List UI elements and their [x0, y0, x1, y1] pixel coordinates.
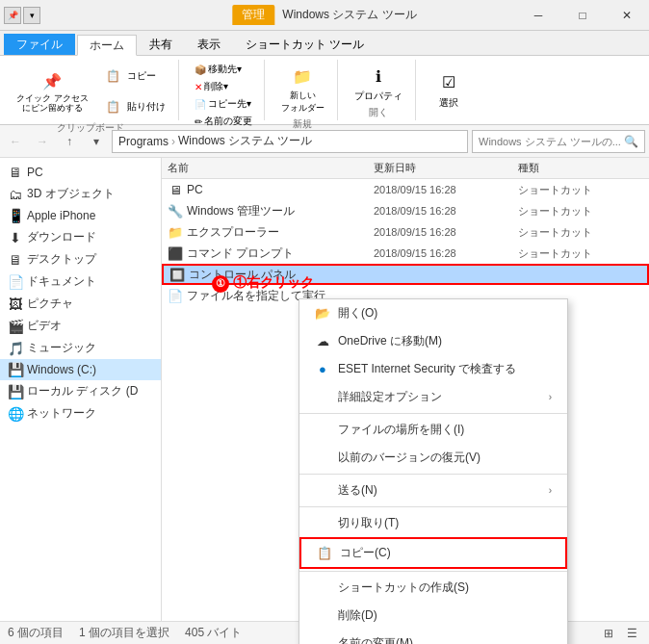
sidebar-item-desktop[interactable]: 🖥 デスクトップ	[0, 248, 161, 270]
paste-label: 貼り付け	[127, 100, 166, 114]
breadcrumb[interactable]: Programs › Windows システム ツール	[112, 130, 468, 153]
ctx-copy-icon: 📋	[317, 546, 332, 561]
sidebar-item-d[interactable]: 💾 ローカル ディスク (D	[0, 380, 161, 402]
sidebar-item-download[interactable]: ⬇ ダウンロード	[0, 226, 161, 248]
tab-view[interactable]: 表示	[185, 34, 233, 55]
ctx-advanced-icon	[315, 390, 330, 405]
col-type-header[interactable]: 種類	[518, 161, 614, 175]
breadcrumb-part1: Programs	[118, 135, 169, 148]
sidebar-item-video[interactable]: 🎬 ビデオ	[0, 315, 161, 337]
clipboard-buttons: 📌 クイック アクセスにピン留めする 📋 コピー 📋 貼り付け	[12, 62, 170, 121]
ctx-item-prev-version[interactable]: 以前のバージョンの復元(V)	[299, 444, 567, 472]
copy-to-btn[interactable]: 📄 コピー先▾	[191, 96, 256, 112]
close-button[interactable]: ✕	[605, 0, 649, 31]
tab-home[interactable]: ホーム	[77, 35, 137, 56]
file-name-pc: 🖥 PC	[162, 182, 374, 197]
ctx-copy-label: コピー(C)	[340, 545, 550, 561]
status-selected: 1 個の項目を選択	[79, 625, 169, 641]
down-btn[interactable]: ▾	[23, 7, 40, 24]
sidebar-item-c[interactable]: 💾 Windows (C:)	[0, 359, 161, 380]
move-to-btn[interactable]: 📦 移動先▾	[191, 62, 256, 77]
file-type-pc: ショートカット	[518, 183, 614, 197]
ctx-item-cut[interactable]: 切り取り(T)	[299, 509, 567, 537]
file-date-explorer: 2018/09/15 16:28	[374, 226, 518, 238]
forward-button[interactable]: →	[31, 130, 54, 153]
ctx-delete-icon	[315, 608, 330, 624]
ctx-item-open[interactable]: 📂 開く(O)	[299, 299, 567, 327]
sidebar-label-iphone: Apple iPhone	[27, 209, 95, 222]
ctx-open-label: 開く(O)	[338, 305, 552, 322]
breadcrumb-sep: ›	[171, 135, 175, 148]
ctx-item-copy[interactable]: 📋 コピー(C)	[299, 537, 567, 569]
sidebar-item-network[interactable]: 🌐 ネットワーク	[0, 402, 161, 425]
title-bar-left: 📌 ▾	[0, 7, 40, 24]
back-button[interactable]: ←	[4, 130, 27, 153]
sidebar-label-pictures: ピクチャ	[27, 296, 73, 312]
sidebar-item-documents[interactable]: 📄 ドキュメント	[0, 270, 161, 293]
sidebar-label-c: Windows (C:)	[27, 363, 96, 376]
ctx-send-arrow: ›	[549, 485, 552, 496]
search-icon[interactable]: 🔍	[624, 135, 638, 148]
tab-shortcut[interactable]: ショートカット ツール	[233, 34, 376, 55]
ctx-location-icon	[315, 423, 330, 438]
context-menu: 📂 開く(O) ☁ OneDrive に移動(M) ● ESET Interne…	[299, 298, 568, 644]
ctx-item-onedrive[interactable]: ☁ OneDrive に移動(M)	[299, 327, 567, 355]
tab-file[interactable]: ファイル	[4, 34, 75, 55]
file-icon-mgmt: 🔧	[168, 203, 183, 219]
ctx-item-eset[interactable]: ● ESET Internet Security で検査する	[299, 355, 567, 383]
iphone-icon: 📱	[8, 208, 23, 223]
quick-access-ribbon-btn[interactable]: 📌 クイック アクセスにピン留めする	[12, 66, 93, 116]
title-bar: 📌 ▾ 管理 Windows システム ツール ─ □ ✕	[0, 0, 649, 31]
ctx-item-advanced[interactable]: 詳細設定オプション ›	[299, 383, 567, 411]
ctx-item-send[interactable]: 送る(N) ›	[299, 477, 567, 504]
table-row[interactable]: 🖥 PC 2018/09/15 16:28 ショートカット	[162, 179, 649, 200]
minimize-button[interactable]: ─	[516, 0, 560, 31]
paste-btn[interactable]: 📋 貼り付け	[97, 92, 170, 121]
title-badge: 管理	[232, 5, 274, 25]
delete-label: 削除▾	[204, 80, 228, 93]
recent-button[interactable]: ▾	[85, 130, 108, 153]
sidebar-label-desktop: デスクトップ	[27, 251, 96, 268]
quick-access-label: クイック アクセスにピン留めする	[16, 94, 89, 114]
ribbon-content: 📌 クイック アクセスにピン留めする 📋 コピー 📋 貼り付け クリップボード …	[0, 56, 649, 125]
table-row[interactable]: 📁 エクスプローラー 2018/09/15 16:28 ショートカット	[162, 221, 649, 243]
ctx-rename-label: 名前の変更(M)	[338, 635, 552, 644]
sidebar-item-iphone[interactable]: 📱 Apple iPhone	[0, 205, 161, 226]
ctx-item-location[interactable]: ファイルの場所を開く(I)	[299, 416, 567, 444]
maximize-button[interactable]: □	[560, 0, 605, 31]
sidebar-label-video: ビデオ	[27, 318, 62, 334]
new-folder-btn[interactable]: 📁 新しいフォルダー	[276, 62, 329, 117]
ctx-item-delete[interactable]: 削除(D)	[299, 602, 567, 630]
pictures-icon: 🖼	[8, 296, 23, 312]
grid-view-btn[interactable]: ⊞	[599, 624, 618, 643]
ctx-item-shortcut[interactable]: ショートカットの作成(S)	[299, 574, 567, 602]
list-view-btn[interactable]: ☰	[622, 624, 641, 643]
ctx-sep4	[299, 571, 567, 572]
ctx-sep2	[299, 474, 567, 475]
right-click-label: ①右クリック	[233, 274, 314, 290]
file-date-pc: 2018/09/15 16:28	[374, 184, 518, 195]
copy-to-label: コピー先▾	[208, 97, 251, 111]
copy-btn[interactable]: 📋 コピー	[97, 62, 170, 90]
rename-btn[interactable]: ✏ 名前の変更	[191, 114, 256, 129]
select-btn[interactable]: ☑ 選択	[429, 68, 468, 113]
up-button[interactable]: ↑	[58, 130, 81, 153]
col-name-header[interactable]: 名前	[162, 161, 374, 175]
ctx-cut-label: 切り取り(T)	[338, 515, 552, 531]
sidebar-item-3d[interactable]: 🗂 3D オブジェクト	[0, 183, 161, 205]
sidebar-item-pictures[interactable]: 🖼 ピクチャ	[0, 293, 161, 315]
search-input[interactable]	[479, 136, 620, 147]
delete-btn[interactable]: ✕ 削除▾	[191, 79, 256, 94]
sidebar-item-music[interactable]: 🎵 ミュージック	[0, 337, 161, 359]
sidebar-item-pc[interactable]: 🖥 PC	[0, 162, 161, 183]
ctx-item-rename[interactable]: 名前の変更(M)	[299, 630, 567, 644]
select-label: 選択	[439, 96, 458, 110]
delete-icon: ✕	[195, 82, 202, 92]
table-row[interactable]: ⬛ コマンド プロンプト 2018/09/15 16:28 ショートカット	[162, 243, 649, 264]
quick-access-btn[interactable]: 📌	[4, 7, 21, 24]
properties-btn[interactable]: ℹ プロパティ	[350, 62, 407, 106]
tab-share[interactable]: 共有	[137, 34, 185, 55]
col-date-header[interactable]: 更新日時	[374, 161, 518, 175]
search-bar[interactable]: 🔍	[472, 130, 645, 153]
table-row[interactable]: 🔧 Windows 管理ツール 2018/09/15 16:28 ショートカット	[162, 200, 649, 221]
